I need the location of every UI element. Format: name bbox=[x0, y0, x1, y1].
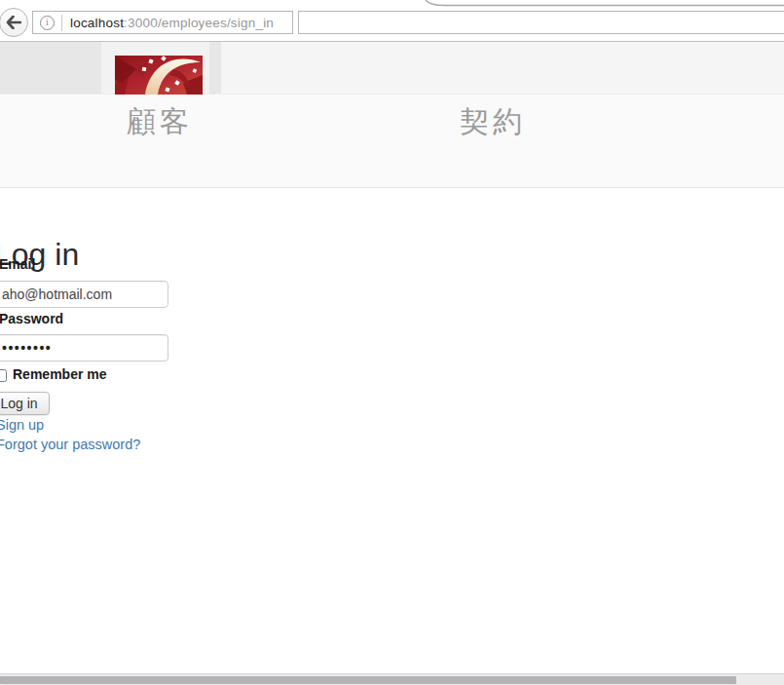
sign-up-link[interactable]: Sign up bbox=[0, 417, 44, 433]
password-field[interactable] bbox=[0, 334, 168, 362]
password-label: Password bbox=[0, 311, 63, 326]
back-button[interactable] bbox=[0, 8, 28, 37]
rails-logo[interactable] bbox=[115, 56, 203, 95]
remember-me-checkbox[interactable] bbox=[0, 369, 7, 382]
navbar-active-item[interactable] bbox=[0, 42, 101, 94]
nav-item-customers[interactable]: 顧客 bbox=[127, 102, 193, 142]
remember-me-label: Remember me bbox=[13, 366, 107, 382]
url-bar[interactable]: i localhost:3000/employees/sign_in bbox=[32, 11, 293, 34]
horizontal-scrollbar-thumb[interactable] bbox=[0, 676, 736, 684]
email-label: Email bbox=[0, 256, 35, 272]
navbar-secondary: 顧客 契約 bbox=[0, 94, 784, 188]
tab-edge bbox=[409, 0, 784, 9]
search-bar[interactable] bbox=[298, 11, 784, 34]
url-separator bbox=[61, 15, 62, 31]
back-arrow-icon bbox=[6, 16, 21, 29]
forgot-password-link[interactable]: Forgot your password? bbox=[0, 437, 140, 452]
nav-item-contracts[interactable]: 契約 bbox=[460, 102, 526, 142]
url-text[interactable]: localhost:3000/employees/sign_in bbox=[70, 16, 274, 30]
browser-window: i localhost:3000/employees/sign_in 営業 工務… bbox=[0, 0, 784, 685]
email-field[interactable] bbox=[0, 281, 168, 308]
site-info-icon[interactable]: i bbox=[40, 16, 55, 30]
url-host: localhost bbox=[70, 16, 124, 30]
url-path: :3000/employees/sign_in bbox=[124, 16, 274, 30]
login-button[interactable]: Log in bbox=[0, 392, 50, 415]
